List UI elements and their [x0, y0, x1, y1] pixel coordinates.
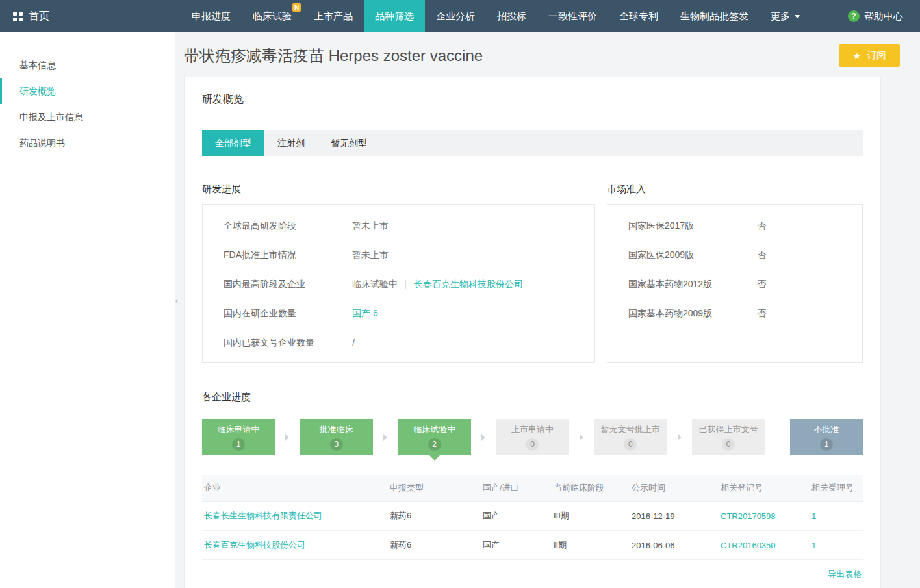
rd-progress-box: 全球最高研发阶段 暂未上市 FDA批准上市情况 暂未上市 国内最高阶段及企业 临…: [202, 204, 595, 363]
stage-count-badge: 0: [526, 438, 539, 451]
cell-phase: II期: [552, 531, 630, 560]
table-row: 长春百克生物科技股份公司 新药6 国产 II期 2016-06-06 CTR20…: [202, 531, 863, 560]
main-nav: 申报进度 临床试验 N 上市产品 品种筛选 企业分析 招投标 一致性评价 全球专…: [181, 0, 811, 32]
table-header-row: 企业 申报类型 国产/进口 当前临床阶段 公示时间 相关登记号 相关受理号: [202, 475, 863, 502]
nav-item-biologics-batch-release[interactable]: 生物制品批签发: [669, 0, 760, 32]
export-table-link[interactable]: 导出表格: [828, 569, 862, 579]
nav-item-variety-screening[interactable]: 品种筛选: [364, 0, 425, 32]
card-title: 研发概览: [202, 93, 863, 107]
sidebar-item-rd-overview[interactable]: 研发概览: [0, 78, 175, 104]
stage-clinical-applying[interactable]: 临床申请中 1: [202, 419, 275, 455]
stage-count-badge: 1: [820, 438, 833, 451]
col-header-report-type: 申报类型: [388, 475, 481, 502]
info-row-global-stage: 全球最高研发阶段 暂未上市: [224, 211, 574, 240]
market-access-section: 市场准入 国家医保2017版 否 国家医保2009版 否 国家基本药物2012版: [607, 183, 863, 363]
table-footer: 导出表格: [202, 560, 863, 585]
info-row-fda-status: FDA批准上市情况 暂未上市: [224, 240, 574, 270]
arrow-right-icon: [373, 434, 398, 441]
col-header-origin: 国产/进口: [481, 475, 552, 502]
rd-overview-card: 研发概览 全部剂型 注射剂 暂无剂型 研发进展 全球最高研发阶段 暂未上市: [184, 77, 881, 588]
cell-origin: 国产: [481, 502, 552, 531]
collapse-sidebar-handle[interactable]: ‹: [172, 292, 181, 311]
stage-license-obtained[interactable]: 已获得上市文号 0: [692, 419, 765, 455]
info-row-licensed-companies: 国内已获文号企业数量 /: [224, 328, 574, 357]
stage-clinical-approved[interactable]: 批准临床 3: [300, 419, 373, 455]
info-row-domestic-companies: 国内在研企业数量 国产 6: [224, 299, 574, 328]
stage-count-badge: 0: [624, 438, 637, 451]
vertical-divider: [405, 280, 406, 289]
nav-item-enterprise-analysis[interactable]: 企业分析: [425, 0, 486, 32]
market-access-box: 国家医保2017版 否 国家医保2009版 否 国家基本药物2012版 否: [607, 204, 863, 363]
stage-in-clinical-trial[interactable]: 临床试验中 2: [398, 419, 471, 455]
info-row-essential-drugs-2012: 国家基本药物2012版 否: [628, 270, 841, 299]
page-header: 带状疱疹减毒活疫苗 Herpes zoster vaccine ★ 订阅: [184, 44, 900, 67]
info-row-domestic-stage: 国内最高阶段及企业 临床试验中 长春百克生物科技股份公司: [224, 270, 574, 299]
nav-item-global-patents[interactable]: 全球专利: [608, 0, 669, 32]
col-header-registration-no: 相关登记号: [719, 475, 810, 502]
info-row-medicare-2017: 国家医保2017版 否: [628, 211, 841, 240]
arrow-right-icon: [275, 434, 300, 441]
help-center-link[interactable]: ? 帮助中心: [831, 0, 920, 32]
tab-injection[interactable]: 注射剂: [264, 130, 318, 156]
company-link[interactable]: 长春百克生物科技股份公司: [414, 279, 523, 290]
col-header-company: 企业: [202, 475, 388, 502]
sidebar: 基本信息 研发概览 申报及上市信息 药品说明书 ‹: [0, 32, 175, 588]
nav-item-declaration-progress[interactable]: 申报进度: [181, 0, 242, 32]
page-title: 带状疱疹减毒活疫苗 Herpes zoster vaccine: [184, 45, 483, 66]
help-icon: ?: [848, 10, 860, 22]
stage-approved-no-license[interactable]: 暂无文号批上市 0: [594, 419, 667, 455]
registration-no-link[interactable]: CTR20170598: [721, 511, 776, 521]
col-header-phase: 当前临床阶段: [552, 475, 630, 502]
new-badge: N: [292, 3, 301, 12]
cell-report-type: 新药6: [388, 531, 481, 560]
stage-count-badge: 3: [330, 438, 343, 451]
home-label: 首页: [29, 10, 49, 23]
subscribe-button[interactable]: ★ 订阅: [839, 44, 900, 67]
tab-no-dosage-form[interactable]: 暂无剂型: [318, 130, 380, 156]
star-icon: ★: [852, 51, 861, 61]
sidebar-item-drug-instructions[interactable]: 药品说明书: [0, 130, 175, 156]
acceptance-no-link[interactable]: 1: [811, 511, 816, 521]
registration-no-link[interactable]: CTR20160350: [721, 541, 776, 550]
market-access-title: 市场准入: [607, 183, 863, 196]
info-row-essential-drugs-2009: 国家基本药物2009版 否: [628, 299, 841, 328]
sidebar-item-declaration-market-info[interactable]: 申报及上市信息: [0, 104, 175, 130]
acceptance-no-link[interactable]: 1: [811, 541, 816, 550]
nav-item-more[interactable]: 更多: [760, 0, 811, 32]
help-center-label: 帮助中心: [864, 10, 903, 23]
table-row: 长春长生生物科技有限责任公司 新药6 国产 III期 2016-12-19 CT…: [202, 502, 863, 531]
info-row-medicare-2009: 国家医保2009版 否: [628, 240, 841, 270]
cell-publish-date: 2016-12-19: [630, 502, 719, 531]
home-link[interactable]: 首页: [0, 0, 62, 32]
rd-progress-title: 研发进展: [202, 183, 595, 196]
company-link[interactable]: 长春百克生物科技股份公司: [204, 540, 305, 550]
cell-publish-date: 2016-06-06: [630, 531, 719, 560]
main-content: 带状疱疹减毒活疫苗 Herpes zoster vaccine ★ 订阅 研发概…: [175, 32, 920, 588]
cell-report-type: 新药6: [388, 502, 481, 531]
col-header-acceptance-no: 相关受理号: [810, 475, 863, 502]
dosage-form-tabs: 全部剂型 注射剂 暂无剂型: [202, 130, 863, 156]
company-progress-title: 各企业进度: [202, 391, 863, 403]
stage-market-applying[interactable]: 上市申请中 0: [496, 419, 569, 455]
stage-flow: 临床申请中 1 批准临床 3 临床试验中 2 上市申请中 0: [202, 419, 863, 455]
stage-count-badge: 2: [428, 438, 441, 451]
sidebar-item-basic-info[interactable]: 基本信息: [0, 52, 175, 78]
rd-progress-section: 研发进展 全球最高研发阶段 暂未上市 FDA批准上市情况 暂未上市 国内最高阶段…: [202, 183, 595, 363]
company-link[interactable]: 长春长生生物科技有限责任公司: [204, 511, 322, 520]
stage-count-badge: 0: [722, 438, 735, 451]
app-grid-icon: [13, 12, 23, 21]
arrow-right-icon: [471, 434, 496, 441]
top-navigation: 首页 申报进度 临床试验 N 上市产品 品种筛选 企业分析 招投标 一致性评价 …: [0, 0, 920, 32]
subscribe-label: 订阅: [867, 49, 886, 62]
cell-phase: III期: [552, 502, 630, 531]
nav-item-bidding[interactable]: 招投标: [486, 0, 537, 32]
nav-item-consistency-evaluation[interactable]: 一致性评价: [537, 0, 608, 32]
arrow-right-icon: [667, 434, 692, 441]
domestic-count-link[interactable]: 国产 6: [352, 308, 378, 320]
arrow-right-icon: [569, 434, 594, 441]
nav-item-clinical-trials[interactable]: 临床试验 N: [242, 0, 303, 32]
nav-item-marketed-products[interactable]: 上市产品: [303, 0, 364, 32]
tab-all-dosage-forms[interactable]: 全部剂型: [202, 130, 264, 156]
cell-origin: 国产: [481, 531, 552, 560]
stage-not-approved[interactable]: 不批准 1: [790, 419, 863, 455]
